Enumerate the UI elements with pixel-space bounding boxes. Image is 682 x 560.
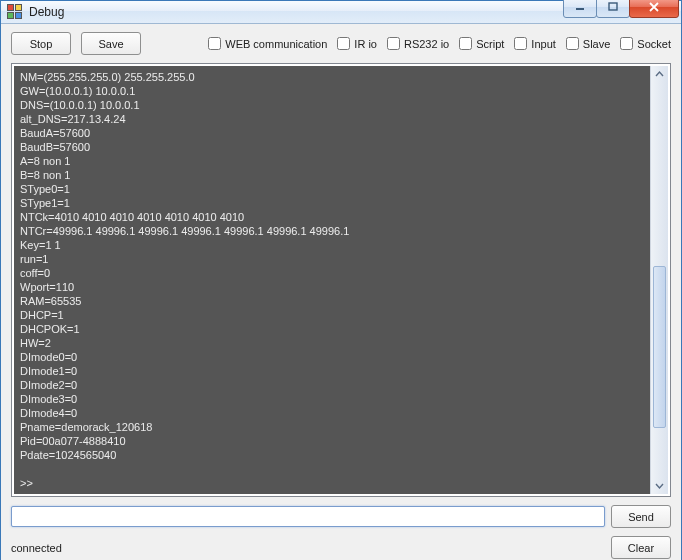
debug-window: Debug Stop Save WEB communication IR io … [0, 0, 682, 560]
checkbox-input[interactable]: Input [514, 37, 555, 50]
chevron-down-icon [655, 481, 664, 490]
checkbox-rs232-label: RS232 io [404, 38, 449, 50]
scroll-up-arrow[interactable] [651, 66, 668, 83]
status-label: connected [11, 542, 62, 554]
svg-rect-0 [576, 8, 584, 10]
checkbox-slave-input[interactable] [566, 37, 579, 50]
window-controls [564, 1, 679, 23]
toolbar: Stop Save WEB communication IR io RS232 … [11, 32, 671, 55]
scroll-thumb[interactable] [653, 266, 666, 428]
checkbox-script[interactable]: Script [459, 37, 504, 50]
checkbox-slave[interactable]: Slave [566, 37, 611, 50]
terminal-frame: NM=(255.255.255.0) 255.255.255.0 GW=(10.… [11, 63, 671, 497]
filter-checkboxes: WEB communication IR io RS232 io Script … [208, 37, 671, 50]
send-button[interactable]: Send [611, 505, 671, 528]
close-icon [648, 2, 660, 12]
save-button[interactable]: Save [81, 32, 141, 55]
checkbox-input-input[interactable] [514, 37, 527, 50]
checkbox-ir-label: IR io [354, 38, 377, 50]
checkbox-ir-input[interactable] [337, 37, 350, 50]
checkbox-rs232-input[interactable] [387, 37, 400, 50]
checkbox-web-label: WEB communication [225, 38, 327, 50]
chevron-up-icon [655, 70, 664, 79]
checkbox-socket-label: Socket [637, 38, 671, 50]
app-icon [7, 4, 23, 20]
minimize-button[interactable] [563, 0, 597, 18]
close-button[interactable] [629, 0, 679, 18]
checkbox-socket-input[interactable] [620, 37, 633, 50]
command-input[interactable] [11, 506, 605, 527]
terminal-output[interactable]: NM=(255.255.255.0) 255.255.255.0 GW=(10.… [14, 66, 650, 494]
window-title: Debug [29, 5, 564, 19]
scroll-down-arrow[interactable] [651, 477, 668, 494]
vertical-scrollbar[interactable] [650, 66, 668, 494]
command-row: Send [11, 505, 671, 528]
checkbox-rs232[interactable]: RS232 io [387, 37, 449, 50]
checkbox-slave-label: Slave [583, 38, 611, 50]
checkbox-script-label: Script [476, 38, 504, 50]
checkbox-script-input[interactable] [459, 37, 472, 50]
maximize-icon [608, 2, 618, 12]
title-bar[interactable]: Debug [1, 1, 681, 24]
checkbox-web-input[interactable] [208, 37, 221, 50]
client-area: Stop Save WEB communication IR io RS232 … [1, 24, 681, 560]
checkbox-ir[interactable]: IR io [337, 37, 377, 50]
checkbox-socket[interactable]: Socket [620, 37, 671, 50]
minimize-icon [575, 2, 585, 12]
stop-button[interactable]: Stop [11, 32, 71, 55]
checkbox-web[interactable]: WEB communication [208, 37, 327, 50]
maximize-button[interactable] [596, 0, 630, 18]
bottom-row: connected Clear [11, 536, 671, 559]
checkbox-input-label: Input [531, 38, 555, 50]
clear-button[interactable]: Clear [611, 536, 671, 559]
svg-rect-1 [609, 3, 617, 10]
